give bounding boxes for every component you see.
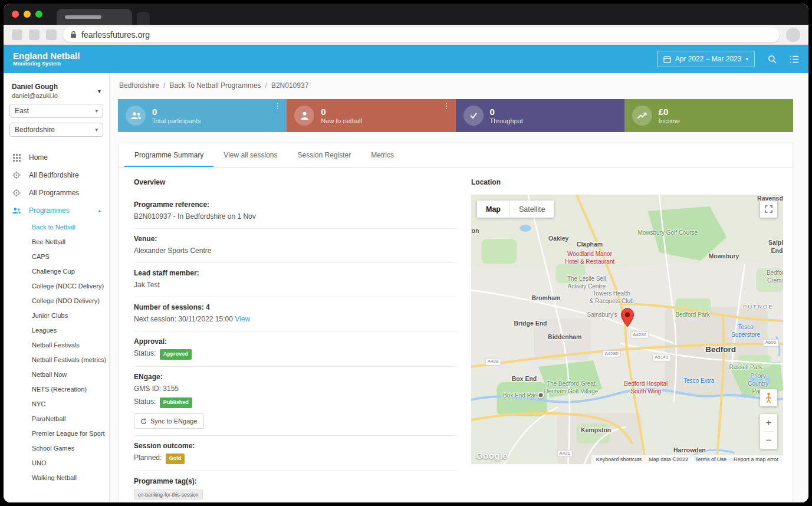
stat-card-throughput: 0 Throughput: [456, 99, 624, 132]
breadcrumb-separator: /: [265, 81, 267, 90]
sidebar-item-all-bedfordshire[interactable]: All Bedfordshire: [4, 166, 109, 184]
map-label: A5141: [652, 354, 670, 361]
profile-avatar[interactable]: [786, 28, 800, 42]
kebab-menu-icon[interactable]: ⋮: [443, 102, 451, 110]
sidebar-item-leagues[interactable]: Leagues: [4, 323, 109, 337]
breadcrumb-separator: /: [163, 81, 165, 90]
new-tab-button[interactable]: [137, 12, 150, 25]
chevron-down-icon: ▾: [95, 108, 98, 114]
stat-cards: 0 Total participants ⋮ 0 New to netball …: [118, 99, 793, 132]
close-button[interactable]: [12, 11, 19, 18]
zoom-out-button[interactable]: −: [760, 432, 777, 449]
map-label: PUTNOE: [743, 303, 774, 310]
map-label: Bedford: [705, 344, 736, 355]
map-label: The Leslie Sell Activity Centre: [567, 275, 606, 290]
minimize-button[interactable]: [24, 11, 31, 18]
view-session-link[interactable]: View: [235, 315, 250, 323]
breadcrumb-item[interactable]: Bedfordshire: [119, 81, 159, 90]
tab-metrics[interactable]: Metrics: [361, 143, 404, 167]
sidebar-item-all-programmes[interactable]: All Programmes: [4, 184, 109, 202]
reload-button[interactable]: [46, 29, 57, 40]
sidebar-item-bee-netball[interactable]: Bee Netball: [4, 234, 109, 249]
kebab-menu-icon[interactable]: ⋮: [274, 102, 281, 110]
map-pin-icon[interactable]: [620, 308, 635, 328]
programme-panel: Programme Summary View all sessions Sess…: [118, 143, 793, 502]
user-menu[interactable]: Daniel Gough daniel@azuki.io ▾: [4, 83, 109, 99]
status-label: Status:: [134, 349, 156, 357]
sidebar-item-label: Programmes: [29, 206, 70, 215]
sidebar-item-netball-now[interactable]: Netball Now: [4, 367, 109, 382]
field-value: B2N010937 - In Bedfordshire on 1 Nov: [134, 211, 457, 222]
map[interactable]: RavensdentonOakleyClaphamWoodland Manor …: [471, 195, 783, 464]
overview-heading: Overview: [134, 178, 457, 186]
chevron-down-icon: ▾: [98, 88, 101, 94]
sidebar-item-programmes[interactable]: Programmes ▴: [4, 202, 109, 219]
map-data-text: Map data ©2022: [649, 456, 688, 462]
sidebar-item-netball-festivals-metrics[interactable]: Netball Festivals (metrics): [4, 352, 109, 367]
county-select[interactable]: Bedfordshire ▾: [9, 123, 103, 137]
report-map-error-link[interactable]: Report a map error: [734, 456, 778, 462]
map-label: Tesco Superstore: [727, 323, 764, 339]
sidebar-item-junior-clubs[interactable]: Junior Clubs: [4, 308, 109, 323]
date-range-button[interactable]: Apr 2022 – Mar 2023 ▾: [657, 51, 755, 67]
sidebar-item-nyc[interactable]: NYC: [4, 396, 109, 411]
fullscreen-button[interactable]: [760, 201, 777, 218]
map-label: Woodland Manor Hotel & Restaurant: [565, 250, 615, 265]
location-heading: Location: [471, 178, 783, 186]
map-attribution: Keyboard shortcuts Map data ©2022 Terms …: [591, 455, 783, 464]
stat-value: 0: [321, 107, 362, 117]
map-location-dot: [537, 392, 544, 399]
brand: England Netball Monitoring System: [13, 51, 80, 67]
tab-view-all-sessions[interactable]: View all sessions: [213, 143, 287, 167]
main-content: Bedfordshire/Back To Netball Programmes/…: [110, 73, 808, 502]
field-label: Programme reference:: [134, 201, 457, 209]
sidebar-item-paranetball[interactable]: ParaNetball: [4, 411, 109, 426]
sidebar-item-nets-recreation[interactable]: NETS (Recreation): [4, 382, 109, 396]
menu-icon[interactable]: [790, 55, 799, 63]
map-label: Bedford Cremat: [767, 269, 783, 284]
sidebar-item-label: Home: [29, 153, 48, 162]
app-subtitle: Monitoring System: [13, 61, 80, 67]
terms-of-use-link[interactable]: Terms of Use: [695, 456, 726, 462]
map-label: A600: [762, 339, 778, 346]
breadcrumb-item[interactable]: Back To Netball Programmes: [169, 81, 261, 90]
tab-title-placeholder: [65, 15, 101, 19]
location-section: Location: [471, 178, 783, 502]
search-icon[interactable]: [768, 55, 777, 64]
region-select[interactable]: East ▾: [9, 104, 103, 118]
maximize-button[interactable]: [35, 11, 42, 18]
tab-session-register[interactable]: Session Register: [288, 143, 361, 167]
map-label: Tesco Extra: [683, 377, 714, 385]
sidebar-item-college-ndcc-delivery[interactable]: College (NDCC Delivery): [4, 278, 109, 293]
map-view-button[interactable]: Map: [477, 201, 509, 218]
address-bar[interactable]: fearlessfutures.org: [63, 27, 780, 42]
sidebar-item-school-games[interactable]: School Games: [4, 441, 109, 455]
sidebar-item-college-ndo-delivery[interactable]: College (NDO Delivery): [4, 293, 109, 308]
status-badge-gold: Gold: [166, 454, 185, 465]
zoom-in-button[interactable]: +: [760, 414, 777, 431]
pegman-button[interactable]: [760, 389, 777, 406]
refresh-icon: [140, 418, 147, 425]
sidebar-item-uno[interactable]: UNO: [4, 455, 109, 470]
sidebar-item-back-to-netball[interactable]: Back to Netball: [4, 219, 109, 234]
browser-tab[interactable]: [57, 9, 132, 25]
sidebar-item-challenge-cup[interactable]: Challenge Cup: [4, 264, 109, 278]
map-label: A428: [485, 358, 501, 365]
sidebar-item-caps[interactable]: CAPS: [4, 249, 109, 264]
forward-button[interactable]: [29, 29, 40, 40]
stat-value: £0: [659, 107, 680, 117]
sidebar-item-home[interactable]: Home: [4, 149, 109, 166]
sync-to-engage-button[interactable]: Sync to ENgage: [134, 413, 204, 429]
app-title: England Netball: [13, 51, 80, 61]
back-button[interactable]: [12, 29, 22, 40]
sidebar-item-premier-league-for-sport[interactable]: Premier League for Sport: [4, 426, 109, 441]
sidebar-item-netball-festivals[interactable]: Netball Festivals: [4, 337, 109, 352]
person-icon: [294, 106, 314, 126]
sidebar-item-walking-netball[interactable]: Walking Netball: [4, 470, 109, 485]
map-label: Sainsbury's: [587, 311, 617, 318]
tab-programme-summary[interactable]: Programme Summary: [124, 143, 213, 167]
map-label: Oakley: [548, 235, 568, 244]
satellite-view-button[interactable]: Satellite: [509, 201, 554, 218]
keyboard-shortcuts-link[interactable]: Keyboard shortcuts: [596, 456, 642, 462]
stat-value: 0: [490, 107, 523, 117]
